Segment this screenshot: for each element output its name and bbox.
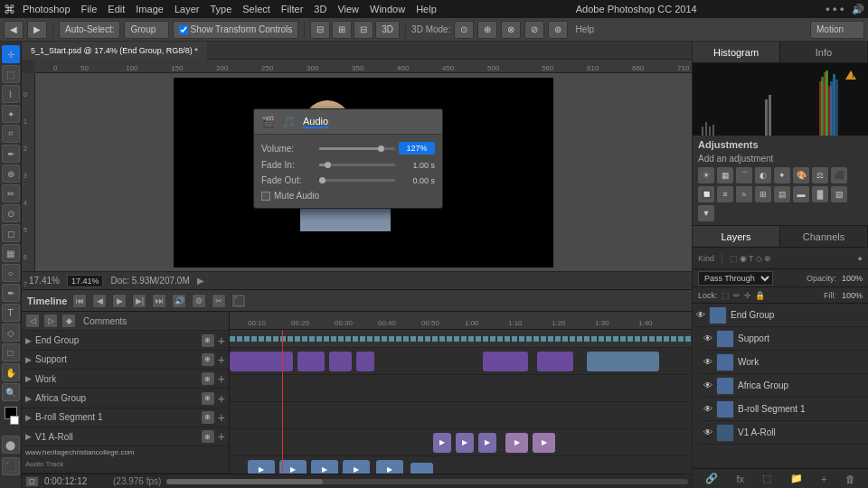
tl-play[interactable]: ▶ bbox=[112, 294, 127, 308]
filter-toggle[interactable]: ● bbox=[858, 254, 863, 263]
menu-type[interactable]: Type bbox=[210, 4, 231, 14]
clip-africa-2[interactable]: ▶ bbox=[456, 433, 474, 453]
lasso-tool[interactable]: ⌇ bbox=[2, 85, 20, 103]
text-tool[interactable]: T bbox=[2, 304, 20, 322]
adj-invert[interactable]: ⊞ bbox=[755, 186, 771, 202]
adj-photofilter[interactable]: 🔲 bbox=[698, 186, 714, 202]
adj-colorbalance[interactable]: ⚖ bbox=[812, 167, 828, 183]
hand-tool[interactable]: ✋ bbox=[2, 363, 20, 381]
adj-levels[interactable]: ▦ bbox=[717, 167, 733, 183]
tl-keyframe-icon[interactable]: ◆ bbox=[61, 314, 76, 328]
menu-filter[interactable]: Filter bbox=[281, 4, 303, 14]
eye-icon-v1aroll[interactable]: 👁 bbox=[703, 427, 712, 437]
adj-selectivecolor[interactable]: ▧ bbox=[831, 186, 847, 202]
clip-endgroup-2[interactable] bbox=[297, 352, 325, 371]
adj-down-arrow[interactable]: ▼ bbox=[698, 205, 714, 221]
blend-mode-dropdown[interactable]: Pass Through Normal Multiply Screen bbox=[698, 271, 773, 286]
dodge-tool[interactable]: ○ bbox=[2, 264, 20, 282]
adj-posterize[interactable]: ▤ bbox=[774, 186, 790, 202]
track-icon-support[interactable]: ⊕ bbox=[202, 353, 214, 366]
expand-v1aroll[interactable]: ▶ bbox=[25, 432, 32, 441]
menu-edit[interactable]: Edit bbox=[108, 4, 125, 14]
adj-curves[interactable]: ⌒ bbox=[736, 167, 752, 183]
3d-mode-btn2[interactable]: ⊕ bbox=[477, 21, 497, 39]
fade-in-slider[interactable] bbox=[319, 164, 395, 166]
background-color[interactable] bbox=[10, 416, 19, 425]
3d-mode-btn4[interactable]: ⊘ bbox=[524, 21, 544, 39]
menu-layer[interactable]: Layer bbox=[175, 4, 200, 14]
tl-foot-icon[interactable]: ◻ bbox=[25, 476, 39, 487]
track-add-africa[interactable]: + bbox=[218, 391, 225, 406]
audio-music-icon[interactable]: 🎵 bbox=[282, 116, 296, 128]
crop-tool[interactable]: ⌗ bbox=[2, 125, 20, 143]
clip-broll-5[interactable]: ▶ bbox=[376, 460, 403, 474]
layer-end-group[interactable]: 👁 End Group bbox=[693, 304, 868, 327]
layer-africa[interactable]: 👁 Africa Group bbox=[700, 374, 868, 398]
volume-slider[interactable] bbox=[319, 147, 395, 150]
tl-next-frame[interactable]: ▶| bbox=[132, 294, 146, 308]
menu-photoshop[interactable]: Photoshop bbox=[23, 4, 71, 14]
3d-mode-btn5[interactable]: ⊚ bbox=[548, 21, 568, 39]
filter-pixel[interactable]: ⬚ bbox=[730, 254, 738, 263]
menu-help[interactable]: Help bbox=[416, 4, 437, 14]
menu-window[interactable]: Window bbox=[370, 4, 405, 14]
tl-audio[interactable]: 🔊 bbox=[172, 294, 186, 308]
clip-endgroup-1[interactable] bbox=[230, 352, 293, 371]
clip-endgroup-7[interactable] bbox=[587, 352, 659, 371]
filter-type[interactable]: T bbox=[749, 254, 754, 263]
screen-mode[interactable]: ⬛ bbox=[2, 457, 20, 475]
clip-endgroup-3[interactable] bbox=[329, 352, 352, 371]
magic-wand-tool[interactable]: ✦ bbox=[2, 105, 20, 123]
fade-out-slider[interactable] bbox=[319, 179, 395, 182]
track-add-v1aroll[interactable]: + bbox=[218, 429, 225, 444]
fade-out-thumb[interactable] bbox=[319, 177, 326, 183]
tl-settings[interactable]: ⚙ bbox=[192, 294, 206, 308]
adj-hue[interactable]: 🎨 bbox=[793, 167, 809, 183]
tab-channels[interactable]: Channels bbox=[780, 226, 868, 247]
tl-split[interactable]: ✂ bbox=[212, 294, 226, 308]
file-tab[interactable]: 5_1_Start.psd @ 17.4% (End Group, RG8/8)… bbox=[22, 42, 208, 60]
clip-africa-4[interactable]: ▶ bbox=[505, 433, 528, 453]
eye-icon-africa[interactable]: 👁 bbox=[703, 380, 712, 390]
expand-africa[interactable]: ▶ bbox=[25, 394, 32, 403]
tab-info[interactable]: Info bbox=[780, 42, 868, 62]
path-tool[interactable]: ◇ bbox=[2, 324, 20, 342]
track-add-support[interactable]: + bbox=[218, 352, 225, 367]
clip-broll-4[interactable]: ▶ bbox=[343, 460, 370, 474]
clip-broll-1[interactable]: ▶ bbox=[248, 460, 275, 474]
shape-tool[interactable]: □ bbox=[2, 343, 20, 361]
track-icon-end-group[interactable]: ⊕ bbox=[202, 334, 214, 347]
filter-adjust[interactable]: ◉ bbox=[740, 254, 747, 263]
apple-menu[interactable]: ⌘ bbox=[4, 3, 15, 16]
tl-fwd-icon[interactable]: ▷ bbox=[43, 314, 58, 328]
clip-broll-3[interactable]: ▶ bbox=[311, 460, 338, 474]
adj-vibrance[interactable]: ✦ bbox=[774, 167, 790, 183]
timeline-scrollbar[interactable] bbox=[166, 479, 688, 484]
marquee-tool[interactable]: ⬚ bbox=[2, 65, 20, 83]
tab-layers[interactable]: Layers bbox=[693, 226, 780, 247]
quick-mask[interactable]: ⬤ bbox=[2, 436, 20, 454]
eye-icon-support[interactable]: 👁 bbox=[703, 333, 712, 343]
adj-brightness[interactable]: ☀ bbox=[698, 167, 714, 183]
menu-view[interactable]: View bbox=[337, 4, 359, 14]
expand-support[interactable]: ▶ bbox=[25, 355, 32, 364]
adj-colorlookup[interactable]: ≈ bbox=[736, 186, 752, 202]
tl-goto-start[interactable]: ⏮ bbox=[72, 294, 87, 308]
track-icon-broll[interactable]: ⊕ bbox=[202, 411, 214, 424]
clip-africa-3[interactable]: ▶ bbox=[478, 433, 496, 453]
track-add-work[interactable]: + bbox=[218, 371, 225, 386]
motion-dropdown[interactable]: Motion bbox=[810, 21, 864, 39]
adj-exposure[interactable]: ◐ bbox=[755, 167, 771, 183]
clip-africa-1[interactable]: ▶ bbox=[433, 433, 451, 453]
expand-broll[interactable]: ▶ bbox=[25, 413, 32, 422]
volume-slider-thumb[interactable] bbox=[378, 145, 384, 152]
menu-3d[interactable]: 3D bbox=[314, 4, 326, 14]
clip-broll-6[interactable] bbox=[410, 463, 433, 474]
clip-endgroup-6[interactable] bbox=[537, 352, 573, 371]
layer-broll[interactable]: 👁 B-roll Segment 1 bbox=[700, 398, 868, 421]
audio-tab-label[interactable]: Audio bbox=[303, 116, 328, 128]
track-icon-work[interactable]: ⊕ bbox=[202, 372, 214, 385]
align-right-icon[interactable]: ⊟ bbox=[354, 21, 373, 39]
audio-video-icon[interactable]: 🎬 bbox=[261, 116, 275, 128]
gradient-tool[interactable]: ▦ bbox=[2, 244, 20, 262]
